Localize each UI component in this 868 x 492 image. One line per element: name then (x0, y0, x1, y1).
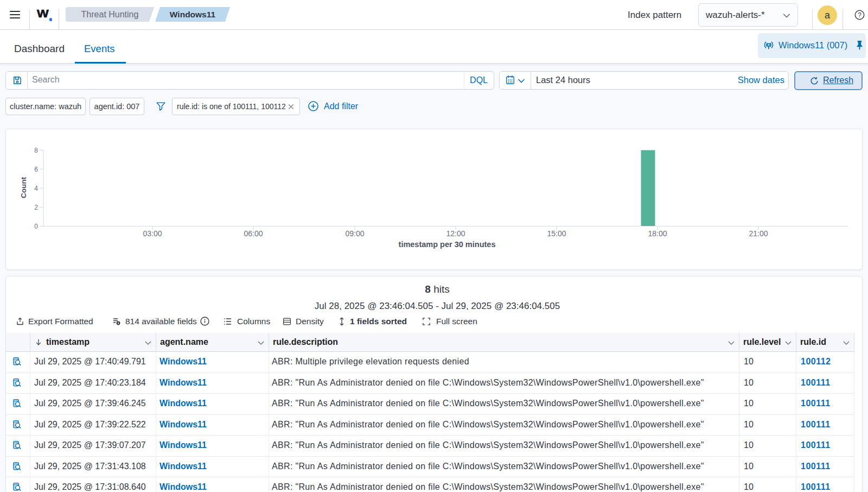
svg-text:?: ? (858, 11, 861, 19)
svg-text:21:00: 21:00 (749, 229, 768, 238)
svg-text:timestamp per 30 minutes: timestamp per 30 minutes (399, 240, 496, 249)
svg-text:09:00: 09:00 (345, 229, 364, 238)
svg-text:15:00: 15:00 (547, 229, 566, 238)
svg-text:2: 2 (34, 204, 38, 211)
svg-text:8: 8 (34, 147, 38, 154)
svg-text:4: 4 (34, 185, 38, 192)
svg-text:6: 6 (34, 166, 38, 173)
svg-text:12:00: 12:00 (446, 229, 465, 238)
svg-text:0: 0 (34, 223, 38, 230)
svg-text:06:00: 06:00 (244, 229, 263, 238)
svg-text:03:00: 03:00 (143, 229, 162, 238)
svg-text:Count: Count (20, 177, 28, 198)
svg-text:18:00: 18:00 (648, 229, 667, 238)
